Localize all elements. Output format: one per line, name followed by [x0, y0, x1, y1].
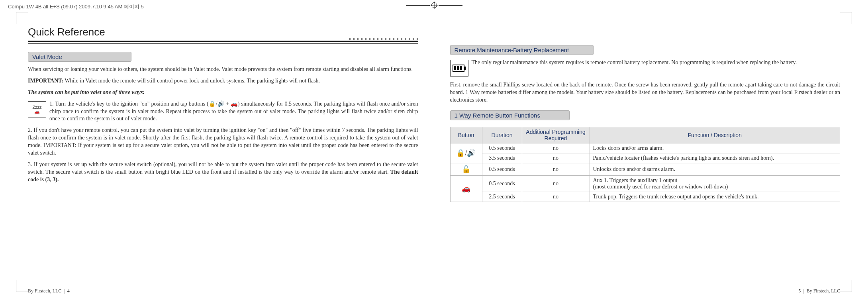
- important-label: IMPORTANT:: [28, 78, 63, 84]
- section-heading-valet: Valet Mode: [28, 52, 131, 62]
- battery-instructions: First, remove the small Phillips screw l…: [450, 81, 841, 104]
- table-row: 3.5 seconds no Panic/vehicle locater (fl…: [450, 153, 840, 163]
- title-rule: [28, 40, 418, 45]
- car-icon: 🚗: [450, 175, 482, 202]
- th-desc: Function / Description: [590, 127, 840, 143]
- section-heading-maintenance: Remote Maintenance-Battery Replacement: [450, 45, 594, 55]
- registration-mark-icon: [406, 2, 462, 8]
- sleep-car-icon: Zzzz🚗: [28, 101, 46, 118]
- valet-important: IMPORTANT: While in Valet mode the remot…: [28, 77, 418, 85]
- left-page: Quick Reference Valet Mode When servicin…: [24, 22, 422, 282]
- valet-step-2: 2. If you don't have your remote control…: [28, 127, 418, 157]
- section-heading-buttons: 1 Way Remote Button Functions: [450, 110, 570, 120]
- unlock-icon: 🔓: [450, 163, 482, 175]
- valet-intro: When servicing or loaning your vehicle t…: [28, 66, 418, 73]
- valet-step-1: Zzzz🚗 1. Turn the vehicle's key to the i…: [28, 100, 418, 123]
- table-row: 🔒/🔊 0.5 seconds no Locks doors and/or ar…: [450, 143, 840, 153]
- right-page: Remote Maintenance-Battery Replacement T…: [446, 22, 844, 282]
- page-title: Quick Reference: [28, 26, 418, 38]
- button-functions-table: Button Duration Additional Programming R…: [450, 127, 841, 202]
- svg-rect-4: [460, 66, 462, 70]
- table-row: 🚗 0.5 seconds no Aux 1. Triggers the aux…: [450, 175, 840, 192]
- table-row: 🔓 0.5 seconds no Unlocks doors and/or di…: [450, 163, 840, 175]
- page-footer-right: 5|By Firstech, LLC: [798, 288, 840, 294]
- th-prog: Additional Programming Required: [522, 127, 590, 143]
- svg-rect-1: [464, 67, 466, 70]
- print-header-text: Compu 1W 4B all E+S (09.07) 2009.7.10 9:…: [8, 3, 144, 10]
- page-footer-left: By Firstech, LLC|4: [28, 288, 70, 294]
- battery-intro: The only regular maintenance this system…: [450, 59, 841, 77]
- valet-subhead: The system can be put into valet one of …: [28, 89, 418, 96]
- th-button: Button: [450, 127, 482, 143]
- valet-step-3: 3. If your system is set up with the sec…: [28, 161, 418, 184]
- svg-rect-3: [457, 66, 459, 70]
- important-text: While in Valet mode the remote will stil…: [65, 78, 320, 84]
- battery-icon: [450, 60, 468, 76]
- svg-rect-2: [454, 66, 456, 70]
- table-row: 2.5 seconds no Trunk pop. Triggers the t…: [450, 192, 840, 202]
- lock-sound-icon: 🔒/🔊: [450, 143, 482, 163]
- th-duration: Duration: [482, 127, 522, 143]
